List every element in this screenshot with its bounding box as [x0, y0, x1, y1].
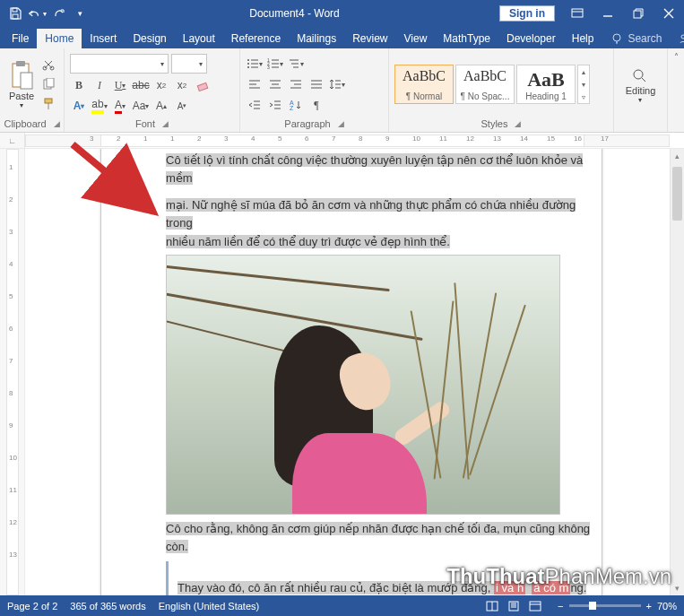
superscript-button[interactable]: x2 — [173, 76, 191, 94]
lightbulb-icon — [612, 33, 623, 44]
copy-button[interactable] — [39, 75, 57, 93]
clear-formatting-button[interactable] — [194, 76, 212, 94]
scroll-thumb[interactable] — [672, 167, 682, 221]
font-size-combo[interactable]: ▾ — [171, 54, 207, 74]
italic-button[interactable]: I — [91, 76, 108, 94]
cut-button[interactable] — [39, 56, 57, 74]
zoom-slider[interactable] — [569, 604, 641, 607]
styles-launcher-icon[interactable]: ◢ — [515, 119, 521, 128]
font-launcher-icon[interactable]: ◢ — [162, 119, 169, 128]
shrink-font-button[interactable]: A▾ — [173, 97, 191, 115]
save-icon[interactable] — [5, 4, 25, 23]
tab-file[interactable]: File — [4, 29, 37, 48]
zoom-controls: − + 70% — [558, 601, 677, 612]
collapse-ribbon-button[interactable]: ˄ — [668, 48, 684, 132]
window-title: Document4 - Word — [90, 7, 499, 20]
chevron-down-icon: ▾ — [582, 81, 585, 89]
tab-design[interactable]: Design — [125, 29, 174, 48]
view-web-layout[interactable] — [525, 598, 545, 614]
doc-line-3[interactable]: Cô cho rằng, không ăn cơm giúp nếp nhăn … — [166, 522, 590, 553]
multilevel-list-button[interactable]: ▾ — [287, 55, 305, 73]
style-normal[interactable]: AaBbC ¶ Normal — [394, 65, 454, 104]
view-print-layout[interactable] — [504, 598, 524, 614]
bold-button[interactable]: B — [70, 76, 88, 94]
text-effects-button[interactable]: A▾ — [70, 97, 88, 115]
close-icon[interactable] — [654, 0, 684, 27]
decrease-indent-button[interactable] — [246, 96, 264, 114]
align-center-button[interactable] — [266, 75, 284, 93]
styles-gallery-expand[interactable]: ▴ ▾ ▿ — [577, 65, 590, 104]
align-left-button[interactable] — [246, 75, 264, 93]
grow-font-button[interactable]: A▴ — [152, 97, 170, 115]
vertical-ruler[interactable]: 12345678910111213 — [0, 149, 25, 595]
doc-line-2b[interactable]: nhiều năm liền để có thể duy trì được vẻ… — [166, 235, 450, 248]
restore-icon[interactable] — [623, 0, 654, 27]
page-canvas[interactable]: Cô tiết lộ vì tính chất công việc thường… — [25, 149, 684, 595]
show-marks-button[interactable]: ¶ — [307, 96, 325, 114]
share-button[interactable]: Share — [667, 29, 684, 48]
numbering-button[interactable]: 123▾ — [266, 55, 284, 73]
view-read-mode[interactable] — [482, 598, 502, 614]
tab-selector[interactable]: ∟ — [0, 133, 25, 149]
strikethrough-button[interactable]: abc — [132, 76, 150, 94]
tab-developer[interactable]: Developer — [498, 29, 564, 48]
status-language[interactable]: English (United States) — [159, 601, 260, 612]
editing-label: Editing — [626, 85, 656, 96]
svg-point-4 — [613, 34, 620, 41]
clipboard-launcher-icon[interactable]: ◢ — [54, 119, 60, 128]
scroll-up-icon[interactable]: ▴ — [671, 149, 684, 163]
tab-insert[interactable]: Insert — [82, 29, 125, 48]
increase-indent-button[interactable] — [266, 96, 284, 114]
paragraph-launcher-icon[interactable]: ◢ — [338, 119, 344, 128]
tab-review[interactable]: Review — [344, 29, 395, 48]
minimize-icon[interactable] — [593, 0, 623, 27]
watermark: ThuThuatPhanMem.vn — [446, 564, 671, 589]
zoom-level[interactable]: 70% — [657, 601, 677, 612]
change-case-button[interactable]: Aa▾ — [132, 97, 150, 115]
svg-rect-7 — [16, 61, 25, 66]
highlight-button[interactable]: ab▾ — [91, 97, 108, 115]
zoom-out-button[interactable]: − — [558, 601, 563, 612]
font-name-combo[interactable]: ▾ — [70, 54, 169, 74]
status-words[interactable]: 365 of 365 words — [70, 601, 145, 612]
line-spacing-button[interactable]: ▾ — [328, 75, 346, 93]
tell-me-search[interactable]: Search — [607, 29, 667, 48]
horizontal-ruler[interactable]: ∟ 3211234567891011121314151617 — [0, 133, 684, 149]
zoom-in-button[interactable]: + — [646, 601, 652, 612]
ribbon: Paste ▾ Clipboard◢ ▾ ▾ B I U▾ — [0, 48, 684, 133]
tab-mathtype[interactable]: MathType — [435, 29, 498, 48]
svg-point-16 — [247, 63, 249, 65]
justify-button[interactable] — [307, 75, 325, 93]
subscript-button[interactable]: x2 — [152, 76, 170, 94]
tab-layout[interactable]: Layout — [175, 29, 223, 48]
style-heading-1[interactable]: AaB Heading 1 — [516, 65, 576, 104]
doc-line-2a[interactable]: mại. Nữ nghệ sĩ múa đã bỏ ăn cơm và nhữn… — [166, 198, 576, 230]
redo-icon[interactable] — [48, 4, 68, 23]
sign-in-button[interactable]: Sign in — [499, 5, 555, 22]
tab-help[interactable]: Help — [564, 29, 602, 48]
align-right-button[interactable] — [287, 75, 305, 93]
font-color-button[interactable]: A▾ — [111, 97, 129, 115]
document-image[interactable] — [166, 255, 560, 515]
share-icon — [678, 33, 684, 44]
scroll-down-icon[interactable]: ▾ — [671, 581, 684, 595]
vertical-scrollbar[interactable]: ▴ ▾ — [670, 149, 684, 595]
tab-home[interactable]: Home — [37, 29, 82, 48]
status-page[interactable]: Page 2 of 2 — [7, 601, 57, 612]
tab-references[interactable]: Reference — [223, 29, 289, 48]
format-painter-button[interactable] — [39, 95, 57, 113]
undo-icon[interactable]: ▾ — [27, 4, 47, 23]
ribbon-options-icon[interactable] — [562, 0, 593, 27]
tab-view[interactable]: View — [396, 29, 436, 48]
editing-dropdown[interactable]: Editing ▾ — [622, 67, 660, 104]
paste-button[interactable]: Paste ▾ — [5, 60, 38, 109]
tab-mailings[interactable]: Mailings — [289, 29, 344, 48]
copy-icon — [42, 78, 55, 91]
sort-button[interactable]: AZ — [287, 96, 305, 114]
qat-customize-icon[interactable]: ▾ — [70, 4, 90, 23]
bullets-button[interactable]: ▾ — [246, 55, 264, 73]
underline-button[interactable]: U▾ — [111, 76, 129, 94]
document-area: 12345678910111213 Cô tiết lộ vì tính chấ… — [0, 149, 684, 595]
style-no-spacing[interactable]: AaBbC ¶ No Spac... — [455, 65, 515, 104]
doc-line-1[interactable]: Cô tiết lộ vì tính chất công việc thường… — [166, 153, 583, 185]
